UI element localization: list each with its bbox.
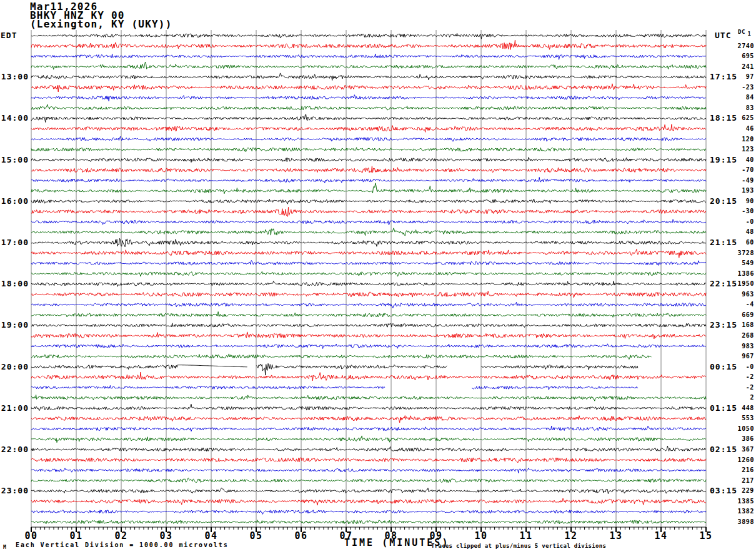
trace-row-27 (31, 312, 706, 318)
trace-row-0 (31, 33, 706, 39)
dc-offset-value: 553 (718, 415, 754, 421)
trace-row-4 (31, 73, 706, 81)
trace-row-8 (31, 114, 706, 123)
trace-row-25 (31, 291, 706, 298)
dc-offset-value: -0 (718, 219, 754, 225)
dc-offset-value: 386 (718, 436, 754, 442)
trace-row-11 (31, 148, 706, 152)
trace-row-29 (31, 332, 706, 339)
dc-offset-value: 83 (718, 105, 754, 111)
x-axis-tick-label: 03 (155, 531, 177, 541)
dc-offset-value: 241 (718, 64, 754, 70)
trace-row-2 (31, 54, 706, 59)
dc-offset-value: 1260 (718, 457, 754, 463)
trace-row-19 (31, 228, 706, 236)
dc-offset-value: -4 (718, 301, 754, 308)
x-axis-tick-label: 01 (65, 531, 87, 541)
dc-offset-value: 967 (718, 353, 754, 360)
x-axis-tick-label: 06 (290, 531, 312, 541)
dc-offset-value: 46 (718, 126, 754, 132)
dc-offset-value: 1385 (718, 498, 754, 505)
edt-hour-label: 17:00 (0, 238, 29, 246)
trace-row-9 (31, 124, 706, 133)
trace-row-12 (31, 158, 706, 163)
x-axis-tick-label: 12 (560, 531, 582, 541)
dc-offset-value: 963 (718, 291, 754, 298)
edt-hour-label: 19:00 (0, 321, 29, 329)
dc-offset-value: -70 (718, 167, 754, 173)
dc-offset-value: 669 (718, 312, 754, 318)
trace-row-20 (31, 238, 706, 246)
scale-note: Each Vertical Division = 1000.00 microvo… (16, 542, 229, 548)
trace-row-32 (31, 365, 247, 370)
dc-offset-value: 549 (718, 260, 754, 266)
trace-row-26 (31, 302, 706, 308)
dc-offset-value: 168 (718, 322, 754, 328)
trace-row-46 (31, 510, 706, 515)
trace-row-34 (472, 386, 638, 390)
trace-row-35 (31, 395, 706, 401)
trace-row-1 (31, 40, 706, 49)
trace-row-10 (31, 136, 706, 141)
trace-row-31 (31, 354, 652, 360)
dc-offset-value: 268 (718, 333, 754, 339)
dc-offset-value: -49 (718, 178, 754, 184)
dc-offset-value: 216 (718, 467, 754, 473)
trace-row-3 (31, 62, 706, 69)
trace-row-33 (31, 372, 706, 381)
trace-row-22 (31, 261, 706, 266)
dc-offset-value: 983 (718, 343, 754, 350)
dc-offset-value: -2 (718, 374, 754, 380)
trace-row-17 (31, 207, 706, 216)
dc-offset-value: 1050 (718, 426, 754, 432)
dc-offset-value: -30 (718, 208, 754, 214)
dc-offset-value: 40 (718, 157, 754, 163)
trace-row-32 (481, 365, 638, 370)
trace-row-42 (31, 468, 706, 473)
trace-row-15 (31, 183, 706, 194)
x-axis-tick-label: 04 (200, 531, 222, 541)
trace-row-30 (31, 344, 706, 349)
edt-hour-label: 18:00 (0, 280, 29, 288)
clip-note: Traces clipped at plus/minus 5 vertical … (431, 543, 606, 549)
dc-offset-value: 3898 (718, 519, 754, 525)
trace-row-28 (31, 323, 706, 328)
trace-row-43 (31, 478, 706, 482)
x-axis-tick-label: 14 (650, 531, 672, 541)
trace-row-5 (31, 84, 706, 92)
dc-offset-value: 123 (718, 146, 754, 153)
trace-row-16 (31, 199, 706, 204)
corner-mark: M (3, 545, 6, 550)
x-axis-tick-label: 10 (470, 531, 492, 541)
dc-offset-value: 625 (718, 115, 754, 121)
helicorder-page: Mar11,2026 BHKY HNZ KY 00 (Lexington, KY… (0, 0, 756, 554)
edt-hour-label: 21:00 (0, 404, 29, 412)
edt-hour-label: 16:00 (0, 197, 29, 205)
trace-row-40 (31, 446, 706, 451)
dc-offset-value: 1386 (718, 271, 754, 277)
dc-offset-value: 3728 (718, 250, 754, 256)
dc-offset-value: 217 (718, 478, 754, 484)
dc-offset-value: 2740 (718, 43, 754, 49)
dc-offset-value: 2 (718, 395, 754, 401)
trace-row-18 (31, 219, 706, 225)
dc-offset-value: 84 (718, 94, 754, 101)
x-axis-tick-label: 15 (695, 531, 717, 541)
trace-row-44 (31, 488, 706, 494)
trace-row-32 (257, 363, 447, 375)
x-axis-tick-label: 13 (605, 531, 627, 541)
dc-offset-value: -23 (718, 84, 754, 91)
dc-offset-value: 695 (718, 53, 754, 59)
edt-hour-label: 20:00 (0, 363, 29, 371)
dc-offset-value: 120 (718, 136, 754, 143)
edt-hour-label: 13:00 (0, 73, 29, 81)
trace-row-45 (31, 498, 706, 505)
dc-offset-value: 48 (718, 229, 754, 235)
dc-offset-value: 1950 (718, 281, 754, 287)
trace-row-23 (31, 271, 706, 276)
dc-offset-value: 1382 (718, 508, 754, 515)
trace-row-38 (31, 426, 706, 431)
dc-offset-value: 193 (718, 188, 754, 194)
dc-offset-value: -2 (718, 385, 754, 391)
dc-offset-value: 367 (718, 446, 754, 453)
